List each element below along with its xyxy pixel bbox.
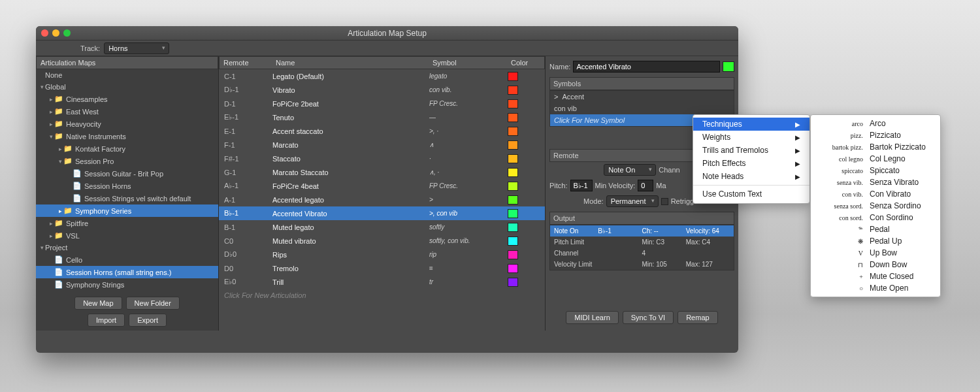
- color-swatch[interactable]: [508, 72, 518, 81]
- submenu-item[interactable]: ○Mute Open: [811, 282, 940, 294]
- tree-row[interactable]: ▸📁Kontakt Factory: [36, 142, 218, 155]
- submenu-item[interactable]: pizz.Pizzicato: [811, 129, 940, 141]
- disclosure-icon[interactable]: ▸: [48, 233, 54, 239]
- tree-row[interactable]: ▾Project: [36, 242, 218, 253]
- disclosure-icon[interactable]: ▾: [48, 133, 54, 140]
- disclosure-icon[interactable]: ▸: [57, 208, 63, 214]
- tree-row[interactable]: ▸📁Spitfire: [36, 217, 218, 229]
- symbol-context-menu[interactable]: Techniques▶Weights▶Trills and Tremolos▶P…: [693, 114, 810, 204]
- submenu-item[interactable]: +Mute Closed: [811, 270, 940, 282]
- color-swatch[interactable]: [508, 168, 518, 177]
- output-row[interactable]: Velocity LimitMin: 105Max: 127: [550, 259, 734, 270]
- tree-row[interactable]: 📄Session Horns (small string ens.): [36, 266, 218, 278]
- articulation-row[interactable]: E♭0Trilltr: [219, 275, 545, 289]
- submenu-item[interactable]: ❋Pedal Up: [811, 235, 940, 247]
- submenu-item[interactable]: VUp Bow: [811, 247, 940, 259]
- articulation-row[interactable]: E-1Accent staccato>, ·: [219, 124, 545, 138]
- tree-row[interactable]: 📄Cello: [36, 253, 218, 266]
- submenu-item[interactable]: 𝆮Pedal: [811, 223, 940, 235]
- articulation-row[interactable]: B-1Muted legatosoftly: [219, 220, 545, 234]
- articulation-row[interactable]: E♭-1Tenuto—: [219, 110, 545, 124]
- output-row[interactable]: Pitch LimitMin: C3Max: C4: [550, 237, 734, 248]
- color-swatch[interactable]: [508, 223, 518, 232]
- menu-item[interactable]: Use Custom Text: [693, 188, 809, 201]
- articulation-row[interactable]: B♭-1Accented Vibrato>, con vib: [219, 206, 545, 220]
- col-symbol[interactable]: Symbol: [429, 57, 507, 69]
- tree-row[interactable]: 📄Session Horns: [36, 180, 218, 192]
- tree-row[interactable]: 📄Symphony Strings: [36, 278, 218, 291]
- color-picker[interactable]: [723, 61, 734, 72]
- articulation-list[interactable]: C-1Legato (Default)legatoD♭-1Vibratocon …: [219, 69, 545, 331]
- new-folder-button[interactable]: New Folder: [126, 297, 180, 310]
- color-swatch[interactable]: [508, 182, 518, 191]
- tree-row[interactable]: ▸📁Symphony Series: [36, 204, 218, 217]
- col-name[interactable]: Name: [272, 57, 429, 69]
- color-swatch[interactable]: [508, 140, 518, 150]
- submenu-item[interactable]: spiccatoSpiccato: [811, 165, 940, 176]
- color-swatch[interactable]: [508, 278, 518, 287]
- track-select[interactable]: Horns: [104, 42, 169, 54]
- minvel-input[interactable]: [638, 180, 653, 191]
- color-swatch[interactable]: [508, 195, 518, 204]
- techniques-submenu[interactable]: arcoArcopizz.Pizzicatobartok pizz.Bartok…: [810, 114, 941, 297]
- symbol-row[interactable]: >Accent: [550, 91, 734, 103]
- disclosure-icon[interactable]: ▸: [48, 108, 54, 115]
- tree-row[interactable]: 📄Session Strings vel switch default: [36, 192, 218, 204]
- submenu-item[interactable]: senza sord.Senza Sordino: [811, 200, 940, 212]
- color-swatch[interactable]: [508, 209, 518, 218]
- articulation-row[interactable]: D-1FoPiCre 2beatFP Cresc.: [219, 97, 545, 110]
- tree-row[interactable]: ▸📁VSL: [36, 229, 218, 242]
- new-articulation-row[interactable]: Click For New Articulation: [219, 289, 545, 302]
- color-swatch[interactable]: [508, 237, 518, 246]
- tree-row[interactable]: ▸📁East West: [36, 105, 218, 118]
- color-swatch[interactable]: [508, 250, 518, 259]
- color-swatch[interactable]: [508, 86, 518, 95]
- disclosure-icon[interactable]: ▸: [57, 146, 63, 152]
- color-swatch[interactable]: [508, 127, 518, 136]
- articulation-row[interactable]: F-1Marcato∧: [219, 138, 545, 152]
- color-swatch[interactable]: [508, 154, 518, 163]
- tree-row[interactable]: ▸📁Cinesamples: [36, 93, 218, 105]
- output-row[interactable]: Note OnB♭-1Ch: --Velocity: 64: [550, 225, 734, 237]
- name-input[interactable]: [573, 61, 720, 73]
- color-swatch[interactable]: [508, 99, 518, 108]
- titlebar[interactable]: Articulation Map Setup: [36, 26, 738, 41]
- menu-item[interactable]: Weights▶: [693, 131, 809, 144]
- submenu-item[interactable]: senza vib.Senza Vibrato: [811, 176, 940, 188]
- tree-row[interactable]: ▾📁Native Instruments: [36, 130, 218, 142]
- col-remote[interactable]: Remote: [220, 57, 272, 69]
- pitch-input[interactable]: [570, 180, 593, 191]
- submenu-item[interactable]: bartok pizz.Bartok Pizzicato: [811, 141, 940, 153]
- mode-select[interactable]: Permanent: [606, 195, 659, 207]
- articulation-row[interactable]: D♭-1Vibratocon vib.: [219, 83, 545, 97]
- col-color[interactable]: Color: [507, 57, 540, 69]
- articulation-row[interactable]: D♭0Ripsrip: [219, 248, 545, 261]
- color-swatch[interactable]: [508, 113, 518, 122]
- tree-row[interactable]: 📄Session Guitar - Brit Pop: [36, 167, 218, 180]
- menu-item[interactable]: Techniques▶: [693, 118, 809, 131]
- retrigger-checkbox[interactable]: [661, 198, 668, 205]
- articulation-row[interactable]: G-1Marcato Staccato∧, ·: [219, 165, 545, 179]
- color-swatch[interactable]: [508, 264, 518, 273]
- export-button[interactable]: Export: [129, 314, 167, 327]
- submenu-item[interactable]: col legnoCol Legno: [811, 153, 940, 165]
- articulation-row[interactable]: A♭-1FoPiCre 4beatFP Cresc.: [219, 179, 545, 193]
- disclosure-icon[interactable]: ▸: [48, 220, 54, 227]
- articulation-row[interactable]: A-1Accented legato>: [219, 193, 545, 206]
- articulation-row[interactable]: F#-1Staccato·: [219, 152, 545, 165]
- disclosure-icon[interactable]: ▸: [48, 96, 54, 103]
- menu-item[interactable]: Trills and Tremolos▶: [693, 144, 809, 157]
- disclosure-icon[interactable]: ▾: [39, 244, 45, 251]
- output-row[interactable]: Channel4: [550, 248, 734, 259]
- sync-to-vi-button[interactable]: Sync To VI: [623, 311, 674, 324]
- new-map-button[interactable]: New Map: [74, 297, 122, 310]
- submenu-item[interactable]: con sord.Con Sordino: [811, 212, 940, 223]
- maps-tree[interactable]: None▾Global▸📁Cinesamples▸📁East West▸📁Hea…: [36, 69, 218, 293]
- submenu-item[interactable]: con vib.Con Vibrato: [811, 188, 940, 200]
- menu-item[interactable]: Pitch Effects▶: [693, 157, 809, 170]
- tree-row[interactable]: ▸📁Heavyocity: [36, 118, 218, 130]
- disclosure-icon[interactable]: ▾: [39, 84, 45, 90]
- remap-button[interactable]: Remap: [678, 311, 717, 324]
- submenu-item[interactable]: ⊓Down Bow: [811, 259, 940, 270]
- disclosure-icon[interactable]: ▾: [57, 158, 63, 165]
